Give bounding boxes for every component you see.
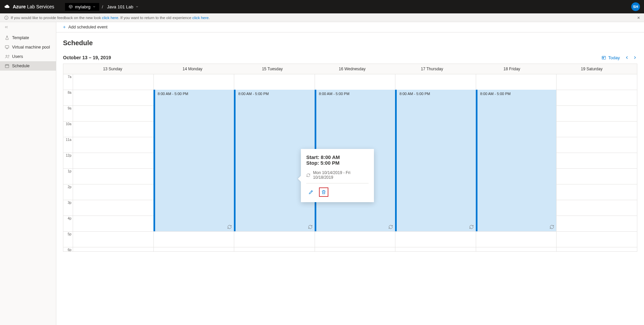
edit-event-button[interactable] [306, 187, 316, 197]
time-label: 6p [63, 247, 73, 251]
svg-point-2 [6, 55, 7, 57]
svg-rect-1 [5, 46, 9, 48]
time-label: 1p [63, 168, 73, 184]
scheduled-event[interactable]: 8:00 AM - 5:00 PM [476, 90, 557, 231]
product-logo[interactable]: Azure Lab Services [4, 4, 54, 10]
sidebar-item-label: Template [12, 35, 29, 40]
day-column: 8:00 AM - 5:00 PM [153, 74, 234, 251]
calendar-icon [5, 64, 9, 68]
resource-group-icon [68, 4, 73, 9]
recur-icon [388, 225, 393, 229]
feedback-link-1[interactable]: click here [102, 16, 118, 20]
time-label: 2p [63, 184, 73, 200]
sidebar-item-schedule[interactable]: Schedule [0, 61, 56, 71]
event-time-label: 8:00 AM - 5:00 PM [319, 92, 349, 96]
flask-icon [5, 35, 9, 40]
pencil-icon [308, 189, 314, 195]
day-header: 15 Tuesday [233, 64, 312, 74]
close-icon[interactable]: × [637, 15, 640, 20]
calendar-header-row: 13 Sunday 14 Monday 15 Tuesday 16 Wednes… [63, 64, 637, 74]
cloud-icon [4, 4, 10, 10]
sidebar-item-label: Virtual machine pool [12, 45, 50, 50]
main-content: Add scheduled event Schedule October 13 … [56, 22, 644, 325]
time-label: 10a [63, 121, 73, 137]
time-label: 9a [63, 105, 73, 121]
feedback-text-3: . [209, 16, 210, 20]
calendar-today-icon [601, 55, 606, 60]
time-label: 4p [63, 216, 73, 231]
day-header: 18 Friday [472, 64, 552, 74]
feedback-link-2[interactable]: click here [192, 16, 209, 20]
popover-start: Start: 8:00 AM [306, 154, 369, 160]
recur-icon [306, 173, 310, 177]
info-icon [4, 15, 9, 20]
page-title: Schedule [63, 39, 637, 47]
week-range: October 13 – 19, 2019 [63, 55, 111, 60]
breadcrumb-separator: / [102, 4, 103, 9]
popover-recurrence-text: Mon 10/14/2019 - Fri 10/18/2019 [313, 170, 369, 180]
avatar[interactable]: SH [631, 2, 640, 11]
scheduled-event[interactable]: 8:00 AM - 5:00 PM [395, 90, 476, 231]
event-time-label: 8:00 AM - 5:00 PM [480, 92, 511, 96]
next-week-button[interactable] [633, 55, 637, 60]
delete-event-button[interactable] [319, 187, 328, 197]
collapse-sidebar-button[interactable] [0, 22, 56, 33]
today-label: Today [608, 55, 620, 60]
time-label: 7a [63, 74, 73, 90]
popover-recurrence: Mon 10/14/2019 - Fri 10/18/2019 [306, 170, 369, 180]
add-scheduled-event-button[interactable]: Add scheduled event [62, 25, 108, 29]
users-icon [5, 54, 9, 59]
double-chevron-left-icon [4, 25, 9, 29]
time-label: 3p [63, 200, 73, 216]
product-name-bold: Azure [13, 4, 26, 9]
product-name-rest: Lab Services [26, 4, 54, 9]
event-time-label: 8:00 AM - 5:00 PM [238, 92, 269, 96]
svg-rect-4 [602, 56, 606, 59]
event-popover: Start: 8:00 AM Stop: 5:00 PM Mon 10/14/2… [301, 149, 374, 202]
toolbar: Add scheduled event [56, 22, 644, 32]
day-column: 8:00 AM - 5:00 PM [395, 74, 476, 251]
day-column: 8:00 AM - 5:00 PM [476, 74, 557, 251]
day-header: 14 Monday [152, 64, 232, 74]
recur-icon [469, 225, 474, 229]
time-label: 5p [63, 231, 73, 247]
trash-icon [321, 189, 326, 195]
breadcrumb-lab[interactable]: Java 101 Lab [107, 4, 139, 9]
sidebar-item-vm-pool[interactable]: Virtual machine pool [0, 43, 56, 52]
event-time-label: 8:00 AM - 5:00 PM [399, 92, 430, 96]
recur-icon [308, 225, 313, 229]
sidebar-item-template[interactable]: Template [0, 33, 56, 43]
chevron-down-icon [135, 5, 139, 8]
sidebar-item-label: Schedule [12, 64, 29, 68]
chevron-down-icon [92, 5, 96, 8]
event-time-label: 8:00 AM - 5:00 PM [158, 92, 188, 96]
scheduled-event[interactable]: 8:00 AM - 5:00 PM [153, 90, 234, 231]
time-label: 12p [63, 153, 73, 168]
popover-stop: Stop: 5:00 PM [306, 160, 369, 166]
day-header: 13 Sunday [73, 64, 152, 74]
today-button[interactable]: Today [601, 55, 620, 60]
recur-icon [227, 225, 232, 229]
resource-group-name: mylabrg [75, 4, 90, 9]
top-header: Azure Lab Services mylabrg / Java 101 La… [0, 0, 644, 13]
sidebar-item-label: Users [12, 54, 23, 59]
plus-icon [62, 25, 66, 29]
breadcrumb-resource-group[interactable]: mylabrg [65, 3, 99, 11]
day-header: 19 Saturday [552, 64, 632, 74]
lab-name: Java 101 Lab [107, 4, 133, 9]
time-label: 8a [63, 90, 73, 105]
feedback-text-2: . If you want to return to the old exper… [118, 16, 192, 20]
monitor-icon [5, 45, 9, 50]
day-column [73, 74, 153, 251]
feedback-bar: If you would like to provide feedback on… [0, 13, 644, 22]
prev-week-button[interactable] [625, 55, 629, 60]
divider [306, 183, 369, 183]
sidebar-item-users[interactable]: Users [0, 52, 56, 61]
day-header: 16 Wednesday [312, 64, 392, 74]
feedback-text-1: If you would like to provide feedback on… [11, 16, 102, 20]
day-column [556, 74, 637, 251]
time-label: 11a [63, 137, 73, 153]
svg-rect-3 [5, 65, 9, 68]
recur-icon [550, 225, 554, 229]
add-event-label: Add scheduled event [68, 25, 108, 29]
